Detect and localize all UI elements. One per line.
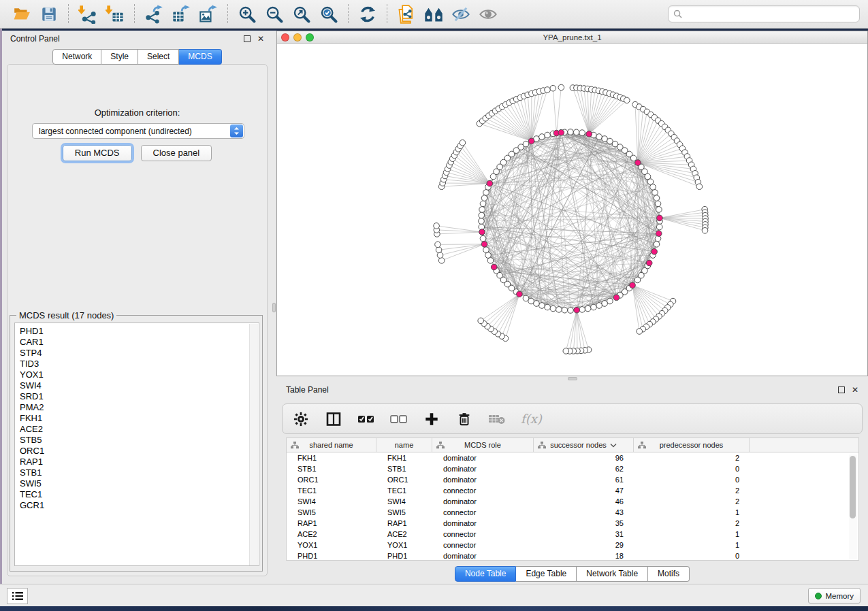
network-node[interactable]: [579, 307, 585, 313]
network-node[interactable]: [654, 242, 660, 248]
zoom-fit-icon[interactable]: [290, 4, 313, 24]
network-node[interactable]: [656, 224, 662, 230]
mcds-result-item[interactable]: PMA2: [20, 402, 259, 413]
mcds-hub-node[interactable]: [558, 129, 564, 135]
mcds-result-item[interactable]: GCR1: [20, 500, 259, 511]
mcds-result-item[interactable]: STB1: [20, 467, 259, 478]
deselect-all-checkboxes-icon[interactable]: [390, 410, 408, 428]
float-panel-icon[interactable]: [244, 35, 251, 42]
network-node[interactable]: [545, 132, 551, 138]
select-all-checkboxes-icon[interactable]: [357, 410, 375, 428]
mcds-list-scrollbar[interactable]: [249, 324, 258, 566]
close-panel-button[interactable]: Close panel: [141, 145, 212, 161]
mcds-result-item[interactable]: PHD1: [20, 326, 259, 337]
show-all-eye-icon[interactable]: [477, 4, 500, 24]
refresh-icon[interactable]: [356, 4, 379, 24]
network-leaf-node[interactable]: [558, 84, 564, 90]
tab-network[interactable]: Network: [52, 49, 101, 65]
mcds-hub-node[interactable]: [630, 282, 636, 288]
network-leaf-node[interactable]: [545, 87, 551, 93]
zoom-in-icon[interactable]: [236, 4, 259, 24]
import-table-icon[interactable]: [103, 4, 127, 24]
network-node[interactable]: [602, 136, 608, 142]
network-node[interactable]: [539, 303, 545, 309]
network-node[interactable]: [481, 195, 487, 201]
network-leaf-node[interactable]: [624, 97, 630, 103]
network-node[interactable]: [483, 190, 489, 196]
mcds-hub-node[interactable]: [586, 131, 592, 137]
column-header-successor-nodes[interactable]: successor nodes: [534, 438, 634, 452]
network-node[interactable]: [545, 304, 551, 310]
network-leaf-node[interactable]: [460, 140, 466, 146]
network-node[interactable]: [485, 252, 492, 259]
memory-button[interactable]: Memory: [808, 588, 861, 604]
mcds-result-item[interactable]: STP4: [20, 348, 259, 359]
binoculars-icon[interactable]: [422, 4, 445, 24]
export-table-icon[interactable]: [170, 4, 193, 24]
close-panel-icon[interactable]: ✕: [257, 34, 264, 44]
network-node[interactable]: [523, 141, 529, 147]
tab-select[interactable]: Select: [138, 49, 179, 65]
network-leaf-node[interactable]: [696, 184, 703, 190]
mcds-result-item[interactable]: YOX1: [20, 369, 259, 380]
optimization-criterion-select[interactable]: largest connected component (undirected): [32, 123, 244, 139]
table-row[interactable]: SWI4SWI4dominator462: [287, 496, 858, 507]
float-panel-icon[interactable]: [838, 386, 845, 393]
tab-node-table[interactable]: Node Table: [455, 566, 517, 582]
network-node[interactable]: [579, 130, 585, 136]
mcds-result-item[interactable]: TEC1: [20, 489, 259, 500]
mcds-result-item[interactable]: RAP1: [20, 457, 259, 467]
mcds-hub-node[interactable]: [491, 264, 497, 270]
network-node[interactable]: [630, 155, 637, 161]
network-node[interactable]: [568, 129, 574, 135]
mcds-result-item[interactable]: STB5: [20, 435, 259, 446]
network-node[interactable]: [607, 298, 613, 304]
table-row[interactable]: RAP1RAP1dominator352: [287, 518, 858, 529]
scrollbar-thumb[interactable]: [850, 456, 856, 518]
table-scrollbar[interactable]: [849, 455, 857, 559]
network-node[interactable]: [556, 307, 562, 313]
close-panel-icon[interactable]: ✕: [852, 385, 858, 395]
table-row[interactable]: SWI5SWI5connector431: [287, 507, 858, 518]
tab-edge-table[interactable]: Edge Table: [516, 566, 577, 582]
import-network-icon[interactable]: [76, 4, 99, 24]
mcds-hub-node[interactable]: [487, 180, 493, 186]
save-session-icon[interactable]: [37, 4, 61, 24]
mcds-hub-node[interactable]: [657, 215, 663, 221]
search-input[interactable]: [686, 10, 854, 19]
column-header-mcds-role[interactable]: MCDS role: [432, 438, 534, 452]
table-row[interactable]: ACE2ACE2connector311: [287, 529, 858, 540]
table-row[interactable]: YOX1YOX1connector291: [287, 540, 858, 550]
network-node[interactable]: [550, 306, 556, 312]
add-column-icon[interactable]: [423, 410, 440, 428]
network-node[interactable]: [539, 134, 545, 140]
network-node[interactable]: [591, 304, 597, 310]
network-node[interactable]: [487, 258, 494, 264]
table-row[interactable]: STB1STB1dominator620: [287, 463, 858, 474]
table-row[interactable]: FKH1FKH1dominator962: [287, 452, 858, 463]
network-node[interactable]: [479, 207, 485, 213]
network-node[interactable]: [585, 306, 591, 312]
mcds-hub-node[interactable]: [517, 291, 523, 297]
mcds-result-item[interactable]: TID3: [20, 359, 259, 369]
mcds-hub-node[interactable]: [656, 231, 662, 237]
zoom-selected-icon[interactable]: [317, 4, 340, 24]
tab-style[interactable]: Style: [101, 49, 138, 65]
mcds-hub-node[interactable]: [479, 229, 485, 235]
network-node[interactable]: [534, 301, 540, 307]
status-menu-button[interactable]: [7, 588, 28, 604]
network-leaf-node[interactable]: [550, 85, 556, 91]
table-options-gear-icon[interactable]: [292, 410, 310, 428]
table-row[interactable]: ORC1ORC1dominator610: [287, 474, 858, 485]
tab-network-table[interactable]: Network Table: [577, 566, 648, 582]
run-mcds-button[interactable]: Run MCDS: [63, 145, 132, 161]
mcds-hub-node[interactable]: [528, 138, 534, 144]
show-columns-icon[interactable]: [325, 410, 342, 428]
network-node[interactable]: [562, 307, 568, 313]
network-leaf-node[interactable]: [563, 348, 569, 354]
table-row[interactable]: TEC1TEC1connector472: [287, 485, 858, 496]
network-leaf-node[interactable]: [438, 258, 445, 264]
network-node[interactable]: [480, 201, 486, 207]
network-node[interactable]: [479, 218, 485, 225]
tab-motifs[interactable]: Motifs: [648, 566, 690, 582]
